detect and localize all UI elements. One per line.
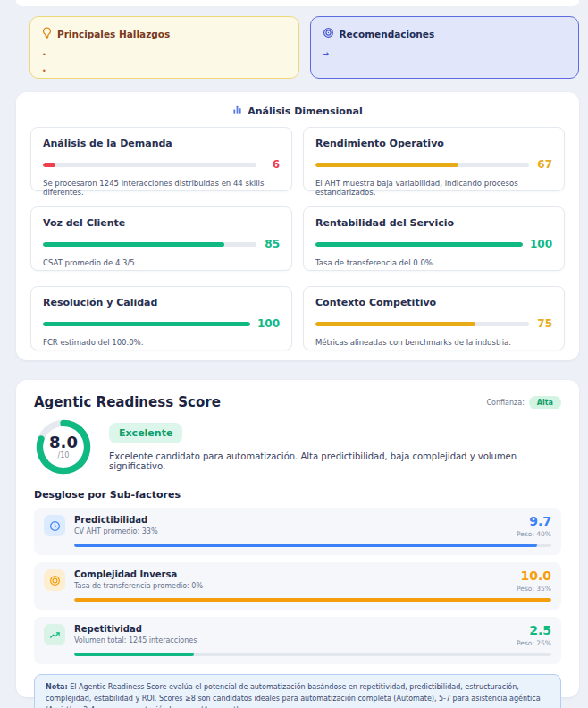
dimension-description: Se procesaron 1245 interacciones distrib… — [43, 179, 280, 197]
score-description: Excelente candidato para automatización.… — [109, 451, 561, 471]
score-max: /10 — [58, 452, 70, 459]
dimension-score-row: 85 — [43, 238, 280, 250]
progress-fill — [315, 322, 475, 326]
subfactor-weight: Peso: 35% — [517, 585, 551, 593]
subfactor-name: Predictibilidad — [74, 515, 517, 525]
subfactor-row-repetitividad: Repetitividad Volumen total: 1245 intera… — [34, 617, 561, 664]
dimension-card-rendimiento: Rendimiento Operativo 67 El AHT muestra … — [303, 127, 565, 191]
clock-icon — [44, 515, 65, 536]
previous-panel-edge — [16, 0, 579, 6]
bullet-dot: • — [42, 63, 46, 80]
dimension-title: Voz del Cliente — [43, 217, 280, 229]
subfactor-weight: Peso: 40% — [517, 530, 551, 538]
dimensional-analysis-header: Análisis Dimensional — [30, 103, 565, 119]
dimension-score-row: 100 — [43, 317, 280, 330]
score-summary: Excelente Excelente candidato para autom… — [109, 423, 561, 471]
dimension-score: 67 — [536, 158, 552, 171]
subfactor-weight: Peso: 25% — [517, 639, 551, 647]
progress-track — [43, 242, 256, 247]
dimension-description: Métricas alineadas con benchmarks de la … — [315, 338, 552, 347]
rating-badge: Excelente — [109, 423, 182, 443]
dimension-description: FCR estimado del 100.0%. — [43, 338, 280, 347]
note-box: Nota: El Agentic Readiness Score evalúa … — [34, 674, 561, 708]
subfactor-detail: Tasa de transferencia promedio: 0% — [74, 582, 517, 590]
dimension-title: Resolución y Calidad — [43, 297, 280, 308]
subfactor-value: 10.0 — [517, 569, 551, 582]
bullet-dot: • — [42, 47, 46, 63]
trend-up-icon — [44, 624, 65, 645]
dimension-card-demanda: Análisis de la Demanda 6 Se procesaron 1… — [30, 127, 292, 191]
confidence-label: Confianza: — [486, 399, 524, 407]
progress-fill — [74, 544, 537, 547]
score-donut-gauge: 8.0 /10 — [34, 417, 93, 476]
progress-fill — [43, 163, 55, 167]
subfactor-name: Complejidad Inversa — [74, 569, 517, 579]
subfactor-name: Repetitividad — [74, 624, 517, 634]
progress-fill — [43, 242, 224, 247]
findings-card: Principales Hallazgos • • — [29, 16, 299, 79]
recommendations-header: Recomendaciones — [323, 27, 567, 40]
score-value: 8.0 — [49, 434, 78, 451]
progress-fill — [74, 598, 551, 602]
progress-track — [43, 322, 250, 326]
score-center: 8.0 /10 — [34, 417, 93, 476]
subfactor-value-wrap: 10.0 Peso: 35% — [517, 569, 551, 593]
dimension-description: Tasa de transferencia del 0.0%. — [315, 258, 552, 267]
subfactor-text: Repetitividad Volumen total: 1245 intera… — [74, 624, 517, 645]
progress-fill — [74, 653, 194, 656]
dimension-score-row: 75 — [315, 317, 552, 330]
subfactors-heading: Desglose por Sub-factores — [34, 489, 561, 501]
score-gauge-row: 8.0 /10 Excelente Excelente candidato pa… — [34, 417, 561, 476]
dimensional-cards-grid: Análisis de la Demanda 6 Se procesaron 1… — [30, 127, 565, 350]
bar-chart-icon — [232, 105, 242, 117]
progress-track — [315, 163, 529, 167]
confidence-wrap: Confianza: Alta — [486, 396, 561, 409]
progress-fill — [315, 242, 523, 247]
dimension-score: 100 — [530, 238, 552, 250]
subfactor-text: Predictibilidad CV AHT promedio: 33% — [74, 515, 517, 535]
subfactor-value-wrap: 2.5 Peso: 25% — [517, 624, 551, 647]
dimension-score: 85 — [264, 238, 280, 250]
note-text: El Agentic Readiness Score evalúa el pot… — [46, 683, 541, 708]
list-item: • — [42, 47, 287, 63]
dimension-score: 100 — [257, 317, 280, 330]
subfactor-row-complejidad: Complejidad Inversa Tasa de transferenci… — [34, 562, 561, 610]
lightbulb-icon — [42, 27, 52, 41]
dimension-score: 75 — [536, 317, 552, 330]
subfactor-detail: Volumen total: 1245 interacciones — [74, 636, 517, 645]
findings-list: • • — [42, 47, 287, 79]
progress-fill — [43, 322, 250, 326]
subfactor-value-wrap: 9.7 Peso: 40% — [517, 515, 551, 538]
dimensional-analysis-panel: Análisis Dimensional Análisis de la Dema… — [16, 92, 579, 360]
dimension-score-row: 100 — [315, 238, 552, 250]
progress-track — [74, 598, 551, 602]
agentic-readiness-panel: Agentic Readiness Score Confianza: Alta … — [16, 380, 579, 697]
dimension-title: Contexto Competitivo — [315, 297, 552, 308]
subfactor-top: Predictibilidad CV AHT promedio: 33% 9.7… — [44, 515, 551, 538]
progress-fill — [315, 163, 458, 167]
progress-track — [74, 653, 551, 656]
summary-cards-row: Principales Hallazgos • • Recomendacione… — [29, 16, 579, 79]
confidence-badge: Alta — [529, 396, 561, 409]
subfactor-top: Complejidad Inversa Tasa de transferenci… — [44, 569, 551, 593]
subfactor-value: 9.7 — [517, 515, 551, 527]
dimension-title: Rentabilidad del Servicio — [315, 217, 552, 229]
subfactor-detail: CV AHT promedio: 33% — [74, 527, 517, 535]
findings-title: Principales Hallazgos — [57, 29, 170, 39]
dimension-score-row: 67 — [315, 158, 552, 171]
progress-track — [315, 322, 529, 326]
findings-header: Principales Hallazgos — [42, 27, 287, 41]
agentic-title: Agentic Readiness Score — [34, 394, 221, 410]
recommendations-card: Recomendaciones → — [310, 16, 580, 79]
dimension-card-contexto: Contexto Competitivo 75 Métricas alinead… — [303, 286, 565, 350]
dimension-card-voz-cliente: Voz del Cliente 85 CSAT promedio de 4.3/… — [30, 206, 292, 271]
dimension-title: Análisis de la Demanda — [43, 138, 280, 149]
subfactor-row-predictibilidad: Predictibilidad CV AHT promedio: 33% 9.7… — [34, 508, 561, 555]
dimension-description: El AHT muestra baja variabilidad, indica… — [315, 179, 552, 197]
list-item: • — [42, 63, 287, 80]
subfactor-value: 2.5 — [517, 624, 551, 636]
agentic-header: Agentic Readiness Score Confianza: Alta — [34, 394, 561, 410]
note-label: Nota: — [46, 683, 68, 691]
subfactor-text: Complejidad Inversa Tasa de transferenci… — [74, 569, 517, 590]
dimension-score-row: 6 — [43, 158, 280, 171]
